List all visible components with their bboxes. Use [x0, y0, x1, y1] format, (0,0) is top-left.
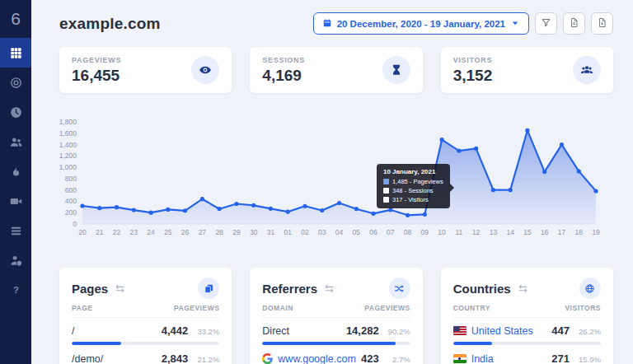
sidebar-item-clock[interactable] — [0, 97, 31, 127]
chart-point[interactable] — [149, 211, 153, 215]
x-axis-label: 18 — [574, 228, 583, 236]
chart-point[interactable] — [371, 212, 375, 216]
x-axis-label: 23 — [130, 228, 138, 236]
chart-point[interactable] — [509, 188, 513, 192]
chart-point[interactable] — [423, 212, 427, 217]
x-axis-label: 10 — [438, 228, 446, 236]
chart-point[interactable] — [491, 188, 495, 192]
x-axis-label: 28 — [215, 228, 223, 236]
x-axis-label: 24 — [147, 228, 155, 236]
funnel-icon — [541, 17, 551, 30]
x-axis-label: 30 — [250, 228, 258, 236]
row-link[interactable]: www.google.com — [262, 353, 356, 364]
x-axis-label: 09 — [421, 228, 429, 236]
calendar-icon — [322, 18, 332, 30]
x-axis-label: 25 — [164, 228, 172, 236]
chart-point[interactable] — [115, 205, 119, 209]
chart-point[interactable] — [269, 207, 273, 211]
x-axis-label: 07 — [387, 228, 395, 236]
row-progress-bar — [72, 342, 219, 345]
x-axis-label: 06 — [369, 228, 377, 236]
row-value: 14,282 — [346, 324, 379, 337]
x-axis-label: 22 — [113, 228, 121, 236]
column-header: VISITORS — [565, 304, 601, 312]
chart-point[interactable] — [474, 147, 478, 151]
swap-arrows-icon[interactable] — [518, 283, 528, 294]
shuffle-icon[interactable] — [389, 278, 410, 299]
sidebar-item-question[interactable]: ? — [0, 275, 31, 305]
referrers-card: Referrers DOMAIN PAGEVIEWS Direct14,2829… — [250, 268, 422, 364]
chart-point[interactable] — [218, 207, 222, 211]
chart-point[interactable] — [354, 207, 359, 211]
chart-point[interactable] — [542, 170, 546, 174]
column-header: PAGE — [72, 304, 92, 312]
sidebar-item-users[interactable] — [0, 127, 31, 156]
stat-card-sessions: SESSIONS 4,169 — [250, 47, 422, 93]
chart-tooltip: 10 January, 2021 1,485 - Pageviews 348 -… — [377, 164, 450, 208]
x-axis-label: 11 — [455, 228, 462, 236]
x-axis-label: 01 — [284, 228, 292, 236]
chart-point[interactable] — [525, 128, 529, 133]
swap-arrows-icon[interactable] — [324, 283, 335, 294]
y-axis-label: 0 — [73, 220, 77, 228]
chart-point[interactable] — [560, 142, 564, 147]
stat-label: PAGEVIEWS — [72, 56, 121, 64]
chart-point[interactable] — [166, 208, 170, 212]
x-axis-label: 21 — [96, 228, 104, 236]
sidebar-item-rows[interactable] — [0, 216, 31, 245]
swap-arrows-icon[interactable] — [115, 283, 125, 294]
chart-point[interactable] — [97, 206, 101, 210]
x-axis-label: 03 — [318, 228, 326, 236]
chart-point[interactable] — [302, 204, 307, 208]
x-axis-label: 04 — [335, 228, 344, 236]
sidebar-item-video-camera[interactable] — [0, 186, 31, 216]
chart-point[interactable] — [234, 202, 238, 206]
chart-point[interactable] — [251, 203, 256, 208]
chart-point[interactable] — [286, 210, 290, 214]
chart-point[interactable] — [183, 208, 187, 212]
chart-point[interactable] — [577, 169, 581, 173]
stats-row: PAGEVIEWS 16,455 SESSIONS 4,169 VISITORS… — [59, 47, 613, 93]
copy-icon[interactable] — [198, 278, 219, 299]
stat-value: 16,455 — [72, 67, 121, 85]
table-row: India27115.9% — [453, 352, 601, 364]
x-axis-label: 26 — [181, 228, 190, 236]
export-pdf-button[interactable] — [591, 12, 613, 35]
filter-button[interactable] — [535, 12, 557, 35]
chart-point[interactable] — [320, 208, 324, 212]
sidebar-item-grid[interactable] — [0, 38, 31, 68]
globe-icon[interactable] — [579, 278, 601, 299]
chart-point[interactable] — [200, 197, 204, 201]
chart-point[interactable] — [406, 213, 410, 217]
main-content: example.com 20 December, 2020 - 19 Janua… — [31, 0, 633, 364]
sessions-swatch — [383, 188, 389, 194]
sidebar-item-target[interactable] — [0, 68, 31, 97]
row-label: / — [72, 325, 74, 337]
row-link[interactable]: India — [453, 353, 494, 364]
sidebar-item-flame[interactable] — [0, 156, 31, 186]
chart-point[interactable] — [80, 203, 84, 208]
row-percent: 2.7% — [385, 355, 410, 364]
chart-point[interactable] — [132, 208, 136, 212]
x-axis-label: 27 — [199, 228, 207, 236]
stat-value: 3,152 — [453, 67, 493, 85]
column-header: PAGEVIEWS — [364, 304, 410, 312]
chart-point[interactable] — [593, 189, 598, 193]
column-header: PAGEVIEWS — [174, 304, 219, 312]
chart-point[interactable] — [440, 138, 444, 142]
export-csv-button[interactable] — [563, 12, 585, 35]
tooltip-pageviews: 1,485 - Pageviews — [392, 178, 443, 185]
chart-point[interactable] — [337, 201, 341, 205]
row-value: 447 — [551, 324, 570, 337]
traffic-chart[interactable]: 02004006008001,0001,2001,4001,6001,80020… — [31, 114, 633, 241]
row-progress-bar — [262, 342, 410, 345]
date-range-picker[interactable]: 20 December, 2020 - 19 January, 2021 — [313, 12, 529, 35]
pages-title: Pages — [72, 282, 108, 296]
sidebar-item-user-shield[interactable] — [0, 245, 31, 275]
row-label: Direct — [262, 325, 289, 337]
countries-title: Countries — [453, 282, 511, 296]
table-row: /demo/2,84321.2% — [72, 352, 219, 364]
row-link[interactable]: United States — [453, 325, 533, 337]
pageviews-swatch — [383, 179, 389, 184]
chart-point[interactable] — [457, 149, 461, 153]
